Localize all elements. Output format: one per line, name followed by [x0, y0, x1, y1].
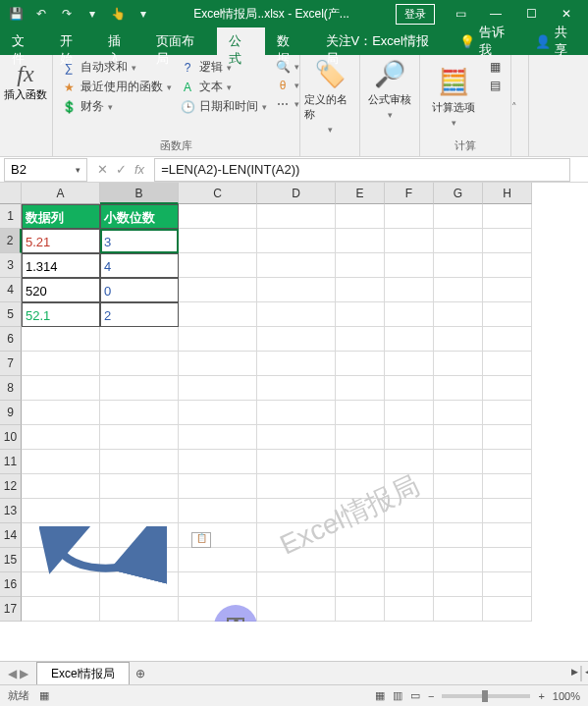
row-header-1[interactable]: 1 [0, 204, 22, 229]
cell-F1[interactable] [385, 204, 434, 229]
cell-E16[interactable] [336, 572, 385, 597]
cell-G16[interactable] [434, 572, 483, 597]
cell-G4[interactable] [434, 278, 483, 302]
close-button[interactable]: ✕ [549, 2, 584, 26]
row-header-3[interactable]: 3 [0, 253, 22, 278]
row-header-15[interactable]: 15 [0, 548, 22, 572]
cell-F15[interactable] [385, 548, 434, 572]
calc-options-button[interactable]: 🧮 计算选项 ▾ [424, 57, 483, 136]
cell-A3[interactable]: 1.314 [22, 253, 100, 278]
cell-E4[interactable] [336, 278, 385, 302]
cell-F11[interactable] [385, 450, 434, 474]
cell-F17[interactable] [385, 597, 434, 622]
cell-F13[interactable] [385, 499, 434, 523]
col-header-C[interactable]: C [179, 183, 257, 204]
undo-icon[interactable]: ↶ [29, 2, 53, 26]
paste-options-button[interactable]: 📋 [191, 532, 211, 548]
cell-F16[interactable] [385, 572, 434, 597]
cell-D1[interactable] [257, 204, 336, 229]
cell-G8[interactable] [434, 376, 483, 401]
cell-D11[interactable] [257, 450, 336, 474]
redo-icon[interactable]: ↷ [55, 2, 79, 26]
cell-G12[interactable] [434, 474, 483, 499]
cell-G5[interactable] [434, 302, 483, 327]
cell-C15[interactable] [179, 548, 257, 572]
ribbon-options-icon[interactable]: ▭ [443, 2, 478, 26]
cell-F6[interactable] [385, 327, 434, 352]
cell-G2[interactable] [434, 229, 483, 253]
zoom-slider[interactable] [442, 694, 530, 698]
row-header-7[interactable]: 7 [0, 352, 22, 376]
hscroll-bar[interactable]: ◀ ▶ [580, 667, 582, 680]
cell-B12[interactable] [100, 474, 179, 499]
cell-D15[interactable] [257, 548, 336, 572]
cell-H5[interactable] [483, 302, 532, 327]
col-header-F[interactable]: F [385, 183, 434, 204]
cell-F2[interactable] [385, 229, 434, 253]
cell-A12[interactable] [22, 474, 100, 499]
cell-H3[interactable] [483, 253, 532, 278]
datetime-button[interactable]: 🕒日期和时间 ▾ [180, 98, 267, 115]
cell-D8[interactable] [257, 376, 336, 401]
math-button[interactable]: θ▾ [275, 78, 299, 93]
cell-G1[interactable] [434, 204, 483, 229]
cell-C11[interactable] [179, 450, 257, 474]
cell-H10[interactable] [483, 425, 532, 450]
cell-B4[interactable]: 0 [100, 278, 179, 302]
row-header-4[interactable]: 4 [0, 278, 22, 302]
row-header-2[interactable]: 2 [0, 229, 22, 253]
cell-C4[interactable] [179, 278, 257, 302]
cell-H17[interactable] [483, 597, 532, 622]
cell-B7[interactable] [100, 352, 179, 376]
cell-H4[interactable] [483, 278, 532, 302]
col-header-B[interactable]: B [100, 183, 179, 204]
col-header-D[interactable]: D [257, 183, 336, 204]
cell-B3[interactable]: 4 [100, 253, 179, 278]
cell-H13[interactable] [483, 499, 532, 523]
cell-C8[interactable] [179, 376, 257, 401]
cell-D9[interactable] [257, 401, 336, 425]
cell-F9[interactable] [385, 401, 434, 425]
cell-E8[interactable] [336, 376, 385, 401]
cell-C9[interactable] [179, 401, 257, 425]
prev-sheet-button[interactable]: ◀ [8, 667, 17, 680]
formula-audit-button[interactable]: 🔎 公式审核 ▾ [360, 55, 419, 124]
cell-E2[interactable] [336, 229, 385, 253]
more-functions-button[interactable]: ⋯▾ [275, 96, 299, 112]
col-header-E[interactable]: E [336, 183, 385, 204]
cell-B6[interactable] [100, 327, 179, 352]
tab-insert[interactable]: 插入 [96, 27, 144, 55]
cell-E6[interactable] [336, 327, 385, 352]
cell-G3[interactable] [434, 253, 483, 278]
cell-B1[interactable]: 小数位数 [100, 204, 179, 229]
minimize-button[interactable]: — [478, 2, 513, 26]
customize-qat-icon[interactable]: ▾ [80, 2, 104, 26]
cell-H14[interactable] [483, 523, 532, 548]
next-sheet-button[interactable]: ▶ [20, 667, 28, 680]
cell-H15[interactable] [483, 548, 532, 572]
cell-G14[interactable] [434, 523, 483, 548]
cell-H7[interactable] [483, 352, 532, 376]
row-header-11[interactable]: 11 [0, 450, 22, 474]
cell-E13[interactable] [336, 499, 385, 523]
cell-H6[interactable] [483, 327, 532, 352]
select-all-corner[interactable] [0, 183, 22, 204]
lookup-button[interactable]: 🔍▾ [275, 59, 299, 75]
row-header-8[interactable]: 8 [0, 376, 22, 401]
chevron-down-icon[interactable]: ▾ [76, 165, 80, 175]
formula-bar[interactable]: =LEN(A2)-LEN(INT(A2)) [154, 158, 570, 182]
col-header-G[interactable]: G [434, 183, 483, 204]
cell-C5[interactable] [179, 302, 257, 327]
page-break-view-button[interactable]: ▭ [410, 689, 420, 702]
save-icon[interactable]: 💾 [4, 2, 27, 26]
new-sheet-button[interactable]: ⊕ [130, 667, 151, 680]
cell-E11[interactable] [336, 450, 385, 474]
cell-D16[interactable] [257, 572, 336, 597]
cell-E7[interactable] [336, 352, 385, 376]
cell-H12[interactable] [483, 474, 532, 499]
cancel-formula-button[interactable]: ✕ [97, 162, 108, 177]
cell-D12[interactable] [257, 474, 336, 499]
cell-C3[interactable] [179, 253, 257, 278]
calc-now-button[interactable]: ▦ [487, 59, 503, 75]
cell-F5[interactable] [385, 302, 434, 327]
